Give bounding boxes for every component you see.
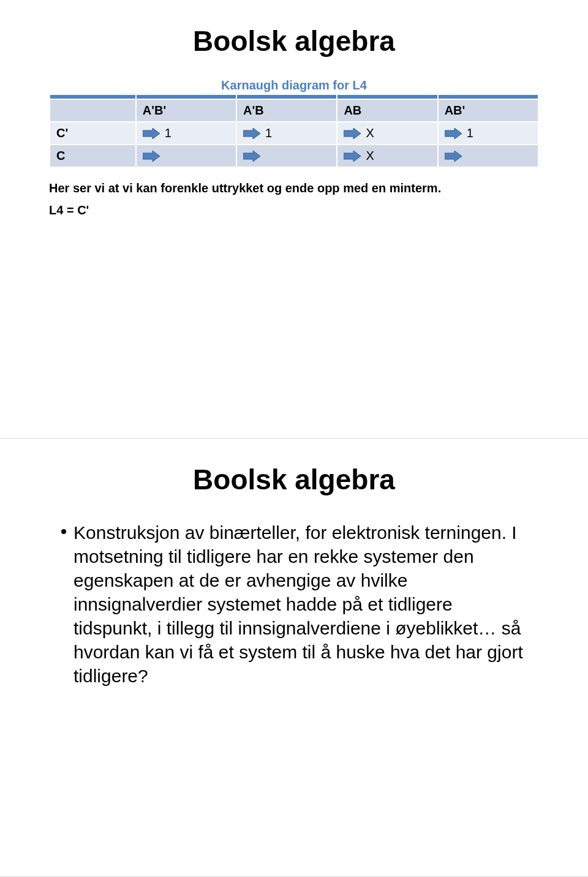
caption-line-1: Her ser vi at vi kan forenkle uttrykket … xyxy=(49,180,539,196)
table-title: Karnaugh diagram for L4 xyxy=(49,76,539,94)
row-label: C' xyxy=(50,122,136,145)
arrow-right-icon xyxy=(344,128,361,139)
arrow-right-icon xyxy=(243,151,260,162)
arrow-right-icon xyxy=(344,151,361,162)
table-cell: 1 xyxy=(438,122,538,145)
table-header-row: A'B' A'B AB AB' xyxy=(50,99,538,122)
table-row: C xyxy=(50,145,538,167)
header-cell: A'B xyxy=(236,99,337,122)
table-row: C' 1 1 xyxy=(50,122,538,145)
header-cell: A'B' xyxy=(136,99,236,122)
row-label: C xyxy=(50,145,136,167)
cell-value: 1 xyxy=(165,126,172,140)
cell-value: 1 xyxy=(265,126,272,140)
arrow-right-icon xyxy=(243,128,260,139)
caption-line-2: L4 = C' xyxy=(49,202,539,218)
arrow-right-icon xyxy=(445,128,462,139)
bullet-dot-icon xyxy=(61,529,66,534)
table-accent-bar xyxy=(50,94,538,99)
header-cell: AB xyxy=(337,99,437,122)
karnaugh-table-container: Karnaugh diagram for L4 A'B' A'B AB AB' … xyxy=(49,76,539,168)
cell-value: 1 xyxy=(467,126,473,140)
bullet-item: Konstruksjon av binærteller, for elektro… xyxy=(61,521,527,688)
arrow-right-icon xyxy=(445,151,462,162)
header-cell: AB' xyxy=(438,99,538,122)
karnaugh-table: A'B' A'B AB AB' C' 1 xyxy=(49,94,539,168)
cell-value: X xyxy=(366,126,374,140)
arrow-right-icon xyxy=(143,151,160,162)
table-cell: 1 xyxy=(236,122,337,145)
table-cell xyxy=(136,145,236,167)
header-cell xyxy=(50,99,136,122)
table-cell xyxy=(236,145,337,167)
bullet-list: Konstruksjon av binærteller, for elektro… xyxy=(49,521,539,688)
slide-2: Boolsk algebra Konstruksjon av binærtell… xyxy=(0,438,588,877)
table-cell: X xyxy=(337,145,437,167)
table-cell xyxy=(438,145,538,167)
slide-title: Boolsk algebra xyxy=(49,463,539,496)
bullet-text: Konstruksjon av binærteller, for elektro… xyxy=(74,521,527,688)
arrow-right-icon xyxy=(143,128,160,139)
slide-title: Boolsk algebra xyxy=(49,24,539,58)
table-cell: 1 xyxy=(136,122,236,145)
slide-1: Boolsk algebra Karnaugh diagram for L4 A… xyxy=(0,0,588,438)
table-cell: X xyxy=(337,122,437,145)
cell-value: X xyxy=(366,149,374,163)
